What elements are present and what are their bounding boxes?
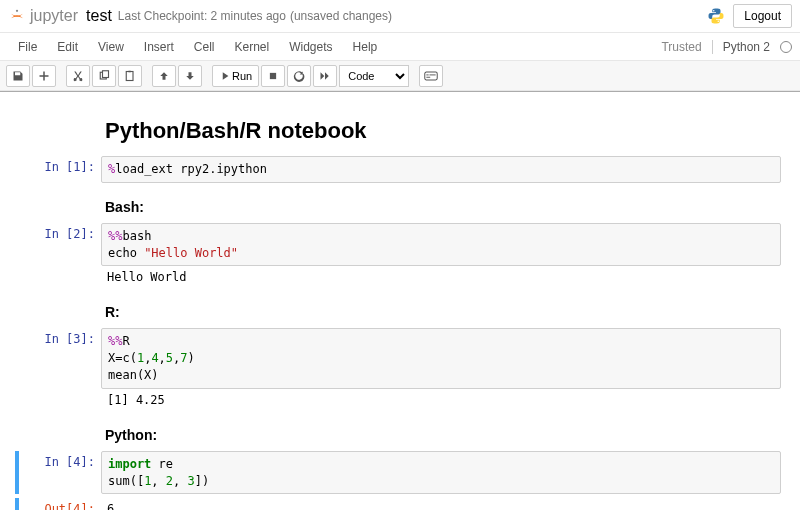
menu-edit[interactable]: Edit (47, 36, 88, 58)
python-icon (707, 7, 725, 25)
input-area[interactable]: %%bash echo "Hello World" (101, 223, 781, 267)
menu-help[interactable]: Help (343, 36, 388, 58)
output-area: Hello World (101, 266, 781, 288)
jupyter-logo[interactable]: jupyter (8, 7, 78, 25)
move-up-button[interactable] (152, 65, 176, 87)
input-prompt: In [1]: (19, 156, 101, 183)
unsaved-text: (unsaved changes) (290, 9, 392, 23)
header-bar: jupyter test Last Checkpoint: 2 minutes … (0, 0, 800, 33)
kernel-name[interactable]: Python 2 (712, 40, 770, 54)
menubar: File Edit View Insert Cell Kernel Widget… (0, 33, 800, 61)
page-title: Python/Bash/R notebook (105, 118, 781, 144)
kernel-status-icon (780, 41, 792, 53)
input-prompt: In [4]: (19, 451, 101, 495)
save-button[interactable] (6, 65, 30, 87)
menu-kernel[interactable]: Kernel (225, 36, 280, 58)
menu-cell[interactable]: Cell (184, 36, 225, 58)
celltype-select[interactable]: Code (339, 65, 409, 87)
svg-rect-4 (129, 70, 131, 72)
output-cell: Out[4]: 6 (15, 498, 781, 510)
code-cell-selected[interactable]: In [4]: import re sum([1, 2, 3]) (15, 451, 781, 495)
menu-file[interactable]: File (8, 36, 47, 58)
svg-rect-9 (427, 76, 431, 77)
svg-rect-3 (126, 71, 133, 80)
output-area: 6 (101, 498, 781, 510)
menu-view[interactable]: View (88, 36, 134, 58)
input-area[interactable]: import re sum([1, 2, 3]) (101, 451, 781, 495)
menu-insert[interactable]: Insert (134, 36, 184, 58)
move-down-button[interactable] (178, 65, 202, 87)
add-cell-button[interactable] (32, 65, 56, 87)
notebook-name[interactable]: test (86, 7, 112, 25)
restart-button[interactable] (287, 65, 311, 87)
code-cell[interactable]: In [2]: %%bash echo "Hello World" Hello … (19, 223, 781, 289)
section-r: R: (105, 304, 781, 320)
run-button[interactable]: Run (212, 65, 259, 87)
code-cell[interactable]: In [3]: %%R X=c(1,4,5,7) mean(X) [1] 4.2… (19, 328, 781, 410)
jupyter-icon (8, 7, 26, 25)
svg-point-0 (16, 10, 18, 12)
menu-widgets[interactable]: Widgets (279, 36, 342, 58)
paste-button[interactable] (118, 65, 142, 87)
menubar-right: Trusted Python 2 (661, 40, 792, 54)
logout-button[interactable]: Logout (733, 4, 792, 28)
svg-rect-6 (425, 72, 437, 80)
input-prompt: In [2]: (19, 223, 101, 289)
toolbar: Run Code (0, 61, 800, 91)
svg-rect-7 (427, 74, 429, 75)
notebook-area: Python/Bash/R notebook In [1]: %load_ext… (0, 91, 800, 510)
restart-run-all-button[interactable] (313, 65, 337, 87)
svg-rect-2 (103, 70, 109, 77)
output-area: [1] 4.25 (101, 389, 781, 411)
section-python: Python: (105, 427, 781, 443)
run-label: Run (232, 70, 252, 82)
input-prompt: In [3]: (19, 328, 101, 410)
section-bash: Bash: (105, 199, 781, 215)
copy-button[interactable] (92, 65, 116, 87)
svg-rect-8 (430, 74, 436, 75)
command-palette-button[interactable] (419, 65, 443, 87)
output-prompt: Out[4]: (19, 498, 101, 510)
cut-button[interactable] (66, 65, 90, 87)
trusted-label[interactable]: Trusted (661, 40, 701, 54)
svg-rect-5 (270, 72, 276, 78)
input-area[interactable]: %%R X=c(1,4,5,7) mean(X) (101, 328, 781, 388)
stop-button[interactable] (261, 65, 285, 87)
header-right: Logout (707, 4, 792, 28)
checkpoint-text: Last Checkpoint: 2 minutes ago (118, 9, 286, 23)
input-area[interactable]: %load_ext rpy2.ipython (101, 156, 781, 183)
notebook-container: Python/Bash/R notebook In [1]: %load_ext… (5, 96, 795, 510)
jupyter-text: jupyter (30, 7, 78, 25)
code-cell[interactable]: In [1]: %load_ext rpy2.ipython (19, 156, 781, 183)
